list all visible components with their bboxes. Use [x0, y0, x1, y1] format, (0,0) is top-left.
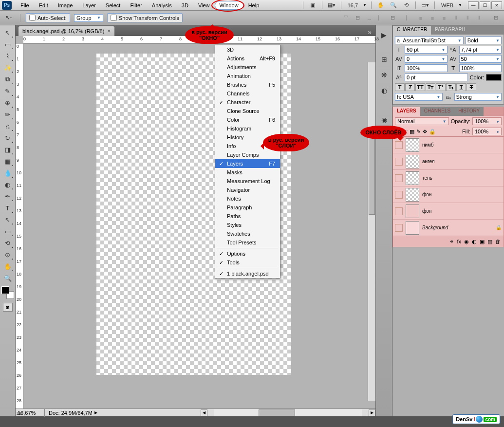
menu-item-actions[interactable]: ActionsAlt+F9 [215, 54, 280, 63]
menu-item-channels[interactable]: Channels [215, 89, 280, 98]
menu-item-animation[interactable]: Animation [215, 72, 280, 80]
fg-color-swatch[interactable] [1, 286, 9, 294]
tab-layers[interactable]: LAYERS [393, 107, 420, 116]
wand-tool[interactable]: ✨ [2, 62, 14, 73]
dist-top-icon[interactable]: ≡ [415, 13, 426, 23]
new-layer-icon[interactable]: ▤ [487, 239, 492, 245]
bold-button[interactable]: T [395, 83, 405, 91]
dist-right-icon[interactable]: ⦀ [474, 13, 485, 23]
scroll-left-icon[interactable]: ◀ [201, 409, 207, 416]
superscript-button[interactable]: T¹ [436, 83, 446, 91]
pen-tool[interactable]: ✒ [2, 191, 14, 202]
opacity-input[interactable]: 100%▸ [472, 117, 502, 125]
fill-input[interactable]: 100%▸ [472, 128, 502, 135]
menu-item-color[interactable]: ColorF6 [215, 115, 280, 124]
menu-item-histogram[interactable]: Histogram [215, 124, 280, 133]
dock-styles-icon[interactable]: ❋ [378, 69, 391, 81]
blur-tool[interactable]: 💧 [2, 167, 14, 178]
bridge-icon[interactable]: ▣ [308, 1, 317, 10]
tab-paragraph[interactable]: PARAGRAPH [431, 26, 469, 35]
menu-view[interactable]: View [193, 1, 215, 10]
dist-bottom-icon[interactable]: ≡ [439, 13, 449, 23]
layer-row[interactable]: фон [393, 203, 504, 220]
brush-tool[interactable]: ✏ [2, 109, 14, 120]
font-size-input[interactable]: 60 pt▼ [405, 46, 448, 54]
zoom-display[interactable]: 16,7 [346, 2, 360, 8]
window-minimize[interactable]: — [468, 1, 479, 9]
arrange-icon[interactable]: ▦▾ [327, 1, 336, 10]
menu-item-tool-presets[interactable]: Tool Presets [215, 238, 280, 247]
align-vcenter-icon[interactable]: ⊟ [352, 13, 363, 23]
doc-info[interactable]: Doc: 24,9M/64,7M▶ [45, 409, 201, 417]
screen-mode-icon[interactable]: ▭▾ [420, 1, 430, 10]
font-style-combo[interactable]: Bold▼ [466, 37, 502, 44]
3d-orbit-tool[interactable]: ⊙ [2, 249, 14, 260]
auto-align-icon[interactable]: ⊞ [490, 13, 501, 23]
heal-tool[interactable]: ⊕ [2, 97, 14, 108]
layer-mask-icon[interactable]: ◉ [464, 239, 469, 245]
marquee-tool[interactable]: ▭ [2, 39, 14, 50]
menu-item-options[interactable]: Options [215, 249, 280, 258]
visibility-toggle[interactable] [395, 158, 403, 166]
dock-masks-icon[interactable]: ◉ [378, 114, 391, 126]
dodge-tool[interactable]: ◐ [2, 179, 14, 190]
visibility-toggle[interactable] [395, 191, 403, 199]
crop-tool[interactable]: ⧉ [2, 74, 14, 85]
smallcaps-button[interactable]: Tᴛ [426, 83, 435, 91]
layer-row[interactable]: фон [393, 186, 504, 203]
type-tool[interactable]: T [2, 203, 14, 213]
window-close[interactable]: ✕ [491, 1, 502, 9]
layer-fx-icon[interactable]: fx [457, 239, 461, 244]
dist-left-icon[interactable]: ⦀ [450, 13, 461, 23]
visibility-toggle[interactable] [395, 174, 403, 182]
align-hcenter-icon[interactable]: ⊟ [387, 13, 398, 23]
text-color-swatch[interactable] [486, 74, 502, 81]
show-transform-checkbox[interactable]: Show Transform Controls [107, 13, 183, 22]
menu-layer[interactable]: Layer [77, 1, 101, 10]
tab-channels[interactable]: CHANNELS [420, 107, 454, 116]
horizontal-scrollbar[interactable]: 16,67% Doc: 24,9M/64,7M▶ ◀ ▶ [16, 408, 375, 416]
layer-row[interactable]: Background🔒 [393, 220, 504, 236]
eraser-tool[interactable]: ◨ [2, 144, 14, 155]
trash-icon[interactable]: 🗑 [495, 239, 501, 244]
menu-item-masks[interactable]: Masks [215, 168, 280, 177]
vertical-scrollbar[interactable] [368, 62, 375, 401]
antialias-combo[interactable]: Strong▼ [454, 93, 502, 101]
dock-swatches-icon[interactable]: ⊞ [378, 54, 391, 65]
link-layers-icon[interactable]: ⚭ [449, 239, 454, 245]
dock-adjustments-icon[interactable]: ◐ [378, 85, 391, 96]
menu-item-measurement-log[interactable]: Measurement Log [215, 177, 280, 186]
visibility-toggle[interactable] [395, 224, 403, 232]
window-maximize[interactable]: ☐ [480, 1, 490, 9]
menu-item-1-black.angel.psd[interactable]: 1 black.angel.psd [215, 269, 280, 278]
layer-thumbnail[interactable] [406, 171, 419, 185]
zoom-icon[interactable]: 🔍 [389, 1, 398, 10]
align-bottom-icon[interactable]: ⎵ [364, 13, 374, 23]
menu-item-character[interactable]: Character [215, 98, 280, 107]
layer-row[interactable]: тень [393, 170, 504, 186]
scroll-right-icon[interactable]: ▶ [369, 409, 375, 416]
auto-select-combo[interactable]: Group▼ [74, 14, 103, 22]
lasso-tool[interactable]: ⌇ [2, 51, 14, 61]
menu-item-adjustments[interactable]: Adjustments [215, 63, 280, 72]
color-swatches[interactable] [1, 286, 14, 299]
quickmask-button[interactable]: ◙ [3, 303, 13, 312]
menu-image[interactable]: Image [53, 1, 78, 10]
close-icon[interactable]: × [107, 28, 111, 35]
menu-help[interactable]: Help [243, 1, 264, 10]
tracking-input[interactable]: 50▼ [459, 55, 502, 63]
menu-item-clone-source[interactable]: Clone Source [215, 107, 280, 115]
layer-row[interactable]: ангел [393, 153, 504, 170]
menu-filter[interactable]: Filter [125, 1, 147, 10]
menu-item-paths[interactable]: Paths [215, 212, 280, 221]
scrollbar-thumb[interactable] [369, 130, 375, 215]
canvas-viewport[interactable] [23, 44, 375, 408]
menu-item-paragraph[interactable]: Paragraph [215, 203, 280, 212]
hand-icon[interactable]: ✋ [376, 1, 386, 10]
baseline-input[interactable]: 0 pt [405, 74, 468, 81]
group-icon[interactable]: ▣ [480, 239, 485, 245]
rotate-icon[interactable]: ⟲ [401, 1, 411, 10]
dist-vcenter-icon[interactable]: ≡ [427, 13, 438, 23]
stamp-tool[interactable]: ⎌ [2, 121, 14, 131]
align-left-icon[interactable]: ⎸ [375, 13, 386, 23]
